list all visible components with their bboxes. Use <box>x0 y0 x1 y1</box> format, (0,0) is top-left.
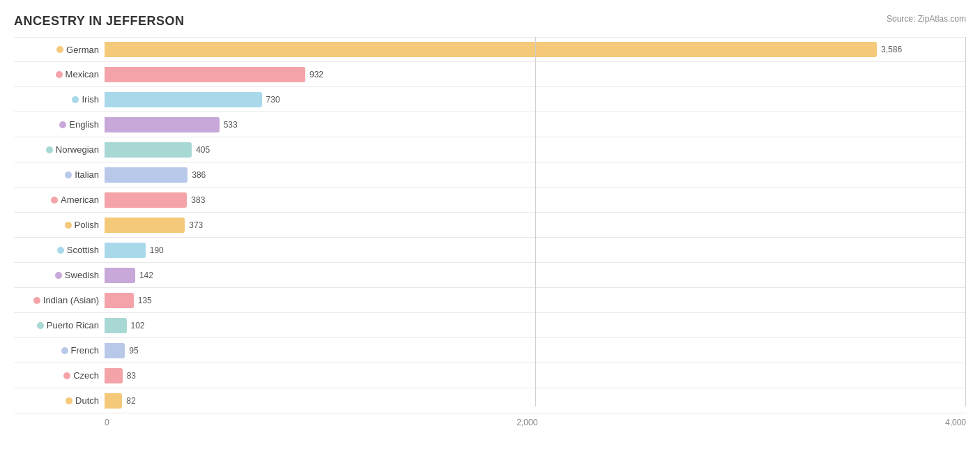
bar-label: German <box>66 45 99 55</box>
bar-fill: 102 <box>105 318 127 333</box>
bar-value: 82 <box>126 396 135 406</box>
bar-dot <box>59 121 66 128</box>
bar-label-wrap: German <box>14 45 105 55</box>
bar-label-wrap: Swedish <box>14 270 105 280</box>
bar-value: 142 <box>139 271 153 280</box>
bar-row: Norwegian405 <box>14 137 966 162</box>
bar-label: Mexican <box>66 69 99 79</box>
bar-label-wrap: Norwegian <box>14 144 105 155</box>
bar-row: Irish730 <box>14 87 966 112</box>
bar-dot <box>33 297 40 304</box>
bar-label-wrap: Polish <box>14 220 105 230</box>
bar-fill: 3,586 <box>105 42 877 57</box>
bar-value: 533 <box>224 120 238 130</box>
bar-fill: 82 <box>105 393 122 409</box>
source-text: Source: ZipAtlas.com <box>887 14 966 24</box>
bar-row: Swedish142 <box>14 263 966 288</box>
bar-label-wrap: Czech <box>14 370 105 381</box>
bar-value: 135 <box>138 296 152 305</box>
grid-line-2000 <box>535 37 536 406</box>
bar-label: Indian (Asian) <box>43 295 99 305</box>
bar-label: Polish <box>75 220 99 230</box>
bar-fill: 373 <box>105 218 185 233</box>
bar-fill: 386 <box>105 167 187 183</box>
bar-fill: 730 <box>105 92 262 107</box>
bar-fill: 533 <box>105 117 220 132</box>
x-axis: 02,0004,000 <box>105 418 966 427</box>
bar-label: Irish <box>82 94 99 105</box>
bar-label: English <box>69 119 99 130</box>
bar-label-wrap: Italian <box>14 169 105 180</box>
bar-dot <box>55 272 62 279</box>
bar-value: 383 <box>191 195 205 205</box>
bar-dot <box>46 146 53 153</box>
bar-label-wrap: French <box>14 345 105 356</box>
bar-label-wrap: American <box>14 195 105 205</box>
bar-fill: 405 <box>105 142 192 158</box>
bar-label: Swedish <box>65 270 99 280</box>
bar-value: 190 <box>150 245 164 255</box>
bar-fill: 383 <box>105 192 187 208</box>
bar-row: Polish373 <box>14 213 966 238</box>
bar-row: Puerto Rican102 <box>14 313 966 338</box>
grid-line-4000 <box>965 37 966 406</box>
x-axis-label: 0 <box>105 418 109 427</box>
bar-value: 83 <box>127 371 136 381</box>
bar-label-wrap: Irish <box>14 94 105 105</box>
bar-dot <box>66 397 72 404</box>
bar-label: Puerto Rican <box>47 320 99 330</box>
x-axis-label: 4,000 <box>945 418 966 427</box>
bar-dot <box>61 347 68 354</box>
bar-label: French <box>71 345 99 356</box>
bar-value: 102 <box>131 321 145 330</box>
bar-value: 373 <box>189 220 203 230</box>
bar-label: Dutch <box>75 395 99 406</box>
x-axis-label: 2,000 <box>516 418 537 427</box>
chart-title: ANCESTRY IN JEFFERSON <box>14 14 966 29</box>
bar-row: English533 <box>14 112 966 137</box>
bar-row: Indian (Asian)135 <box>14 288 966 313</box>
bar-fill: 135 <box>105 293 134 308</box>
bar-dot <box>51 197 58 204</box>
bar-fill: 932 <box>105 67 305 82</box>
bars-section: German3,586Mexican932Irish730English533N… <box>14 37 966 406</box>
bar-row: French95 <box>14 338 966 363</box>
bar-value: 405 <box>196 145 210 155</box>
bar-row: Mexican932 <box>14 62 966 87</box>
bar-value: 730 <box>266 95 280 105</box>
bar-label-wrap: Indian (Asian) <box>14 295 105 305</box>
chart-area: German3,586Mexican932Irish730English533N… <box>14 37 966 427</box>
bar-dot <box>56 46 63 53</box>
bar-dot <box>72 96 79 103</box>
bar-row: German3,586 <box>14 37 966 62</box>
bar-label-wrap: Scottish <box>14 245 105 255</box>
chart-container: ANCESTRY IN JEFFERSON Source: ZipAtlas.c… <box>0 0 980 449</box>
bar-dot <box>65 222 72 229</box>
bar-label: American <box>61 195 99 205</box>
bar-label: Scottish <box>67 245 99 255</box>
bar-dot <box>37 322 44 329</box>
bar-value: 386 <box>192 170 206 180</box>
bar-value: 3,586 <box>881 45 902 54</box>
bar-dot <box>56 71 63 78</box>
bar-label-wrap: Puerto Rican <box>14 320 105 330</box>
bar-value: 95 <box>129 346 138 356</box>
bar-dot <box>57 247 64 254</box>
bar-label-wrap: Mexican <box>14 69 105 79</box>
bar-label-wrap: Dutch <box>14 395 105 406</box>
bar-label: Norwegian <box>56 144 99 155</box>
bar-fill: 83 <box>105 368 123 383</box>
bar-row: Dutch82 <box>14 388 966 413</box>
bar-label-wrap: English <box>14 119 105 130</box>
bar-row: Italian386 <box>14 162 966 188</box>
bar-dot <box>65 172 72 178</box>
bar-row: American383 <box>14 188 966 213</box>
bar-fill: 95 <box>105 343 125 358</box>
bar-row: Czech83 <box>14 363 966 388</box>
bar-dot <box>63 372 70 379</box>
bar-fill: 142 <box>105 268 135 283</box>
bar-label: Italian <box>75 169 99 180</box>
bar-row: Scottish190 <box>14 238 966 263</box>
bar-fill: 190 <box>105 243 146 258</box>
bar-label: Czech <box>73 370 99 381</box>
